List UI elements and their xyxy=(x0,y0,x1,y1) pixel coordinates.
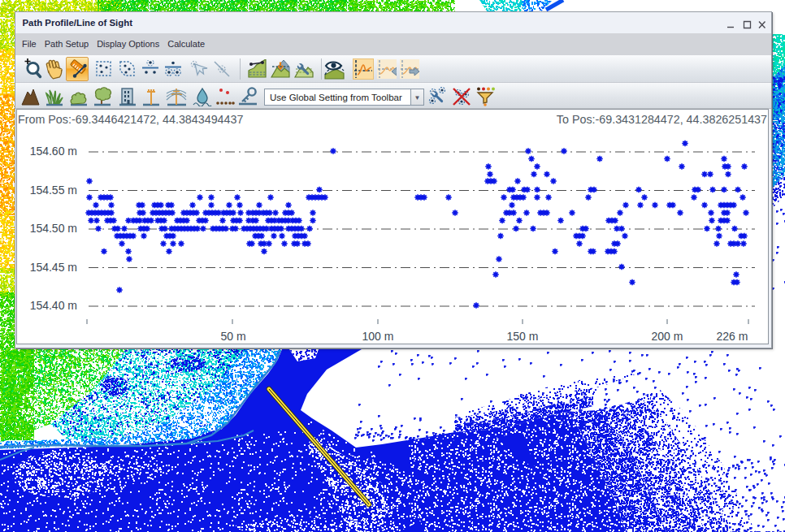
svg-text:154.40 m: 154.40 m xyxy=(30,299,77,312)
svg-text:50 m: 50 m xyxy=(220,330,245,343)
svg-text:200 m: 200 m xyxy=(652,330,683,343)
svg-text:From Pos:-69.3446421472, 44.38: From Pos:-69.3446421472, 44.3843494437 xyxy=(18,113,243,126)
svg-text:To Pos:-69.3431284472, 44.3826: To Pos:-69.3431284472, 44.3826251437 xyxy=(557,113,767,126)
svg-text:100 m: 100 m xyxy=(362,330,394,343)
svg-text:154.50 m: 154.50 m xyxy=(30,222,77,235)
svg-text:154.60 m: 154.60 m xyxy=(30,145,77,158)
svg-text:154.55 m: 154.55 m xyxy=(30,184,77,197)
svg-text:150 m: 150 m xyxy=(507,330,539,343)
svg-text:226 m: 226 m xyxy=(717,330,748,343)
svg-text:154.45 m: 154.45 m xyxy=(30,261,77,274)
